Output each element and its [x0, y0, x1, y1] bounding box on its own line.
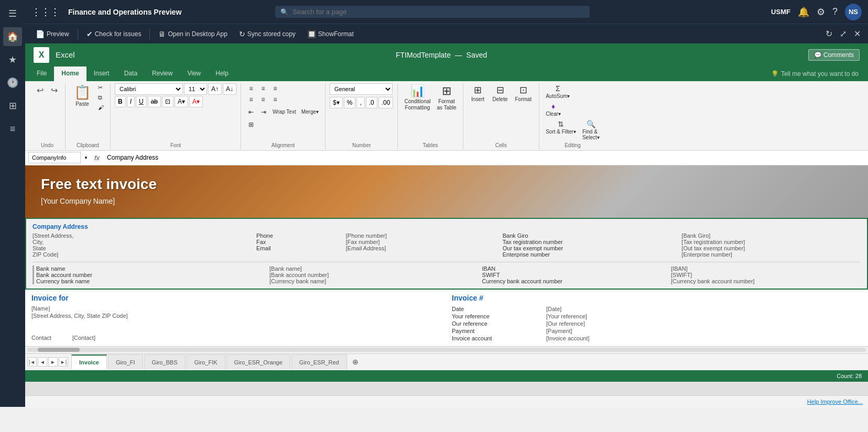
- table-row: Currency bank name [Currency bank name] …: [34, 278, 860, 284]
- sidebar-grid[interactable]: ⊞: [3, 96, 22, 115]
- check-issues-button[interactable]: ✔ Check for issues: [81, 28, 147, 40]
- decimal-decrease[interactable]: .00: [378, 97, 394, 108]
- sidebar-recent[interactable]: 🕐: [3, 73, 22, 92]
- sheet-nav-prev[interactable]: ◄: [38, 357, 47, 367]
- format-as-table-button[interactable]: ⊞ Formatas Table: [435, 83, 459, 112]
- sidebar-home[interactable]: 🏠: [3, 27, 22, 46]
- font-name-select[interactable]: Calibri: [115, 83, 183, 95]
- percent-button[interactable]: %: [344, 97, 356, 108]
- border-button[interactable]: ⊡: [162, 96, 173, 107]
- scroll-thumb-h[interactable]: [38, 348, 80, 352]
- cut-button[interactable]: ✂: [96, 83, 106, 92]
- sheet-nav-next[interactable]: ►: [48, 357, 58, 367]
- sync-button[interactable]: ↻ Sync stored copy: [234, 28, 301, 40]
- search-bar[interactable]: 🔍: [275, 6, 590, 18]
- currency-button[interactable]: $▾: [330, 97, 343, 108]
- sheet-area[interactable]: Free text invoice [Your Company Name] Co…: [25, 165, 868, 395]
- align-center[interactable]: ≡: [257, 94, 269, 105]
- sheet-tab-giro-fik[interactable]: Giro_FIK: [187, 355, 225, 369]
- search-icon: 🔍: [280, 8, 288, 16]
- invoice-details-table: Date [Date] Your reference [Your referen…: [452, 305, 590, 342]
- tab-view[interactable]: View: [180, 67, 208, 81]
- underline-button[interactable]: U: [136, 96, 147, 107]
- sheet-nav-first[interactable]: |◄: [27, 357, 37, 367]
- strikethrough-button[interactable]: ab: [148, 96, 161, 107]
- sidebar-hamburger[interactable]: ☰: [3, 4, 22, 23]
- tab-home[interactable]: Home: [54, 67, 86, 81]
- number-format-select[interactable]: General: [330, 83, 393, 95]
- italic-button[interactable]: I: [127, 96, 135, 107]
- fx-button[interactable]: fx: [91, 153, 103, 163]
- sidebar-star[interactable]: ★: [3, 50, 22, 69]
- add-sheet-button[interactable]: ⊕: [348, 356, 363, 368]
- expand-icon[interactable]: ⤢: [838, 27, 849, 41]
- search-input[interactable]: [292, 8, 584, 16]
- wrap-text-button[interactable]: Wrap Text: [270, 108, 298, 116]
- help-icon[interactable]: ?: [832, 6, 838, 17]
- cells-group-label: Cells: [468, 141, 535, 149]
- align-right[interactable]: ≡: [269, 94, 281, 105]
- merge-cells-icon[interactable]: ⊞: [245, 119, 257, 130]
- sidebar-list[interactable]: ≡: [3, 119, 22, 138]
- sheet-tab-giro-bbs[interactable]: Giro_BBS: [144, 355, 186, 369]
- conditional-formatting-button[interactable]: 📊 ConditionalFormatting: [402, 83, 432, 112]
- find-select-button[interactable]: 🔍 Find &Select▾: [580, 119, 602, 141]
- horizontal-scrollbar[interactable]: [25, 346, 868, 353]
- tab-file[interactable]: File: [29, 67, 54, 81]
- paste-button[interactable]: 📋 Paste: [70, 83, 95, 108]
- sort-filter-button[interactable]: ⇅ Sort & Filter▾: [544, 119, 578, 141]
- increase-font-button[interactable]: A↑: [208, 83, 222, 95]
- decrease-font-button[interactable]: A↓: [223, 83, 236, 95]
- autosum-button[interactable]: Σ AutoSum▾: [544, 83, 572, 100]
- comments-button[interactable]: 💬 Comments: [808, 49, 860, 61]
- merge-button[interactable]: Merge▾: [299, 108, 321, 116]
- fill-color-button[interactable]: A▾: [175, 96, 188, 107]
- format-painter-button[interactable]: 🖌: [96, 103, 106, 112]
- cell-ref-dropdown[interactable]: ▼: [83, 154, 89, 161]
- invoice-wrapper: Free text invoice [Your Company Name] Co…: [25, 165, 868, 346]
- improve-office-link[interactable]: Help Improve Office...: [807, 398, 863, 405]
- refresh-icon[interactable]: ↻: [823, 27, 834, 41]
- align-top-center[interactable]: ≡: [257, 83, 269, 94]
- copy-button[interactable]: ⧉: [96, 93, 106, 102]
- redo-button[interactable]: ↪: [48, 83, 61, 97]
- tab-help[interactable]: Help: [208, 67, 236, 81]
- sheet-tab-giro-esr-red[interactable]: Giro_ESR_Red: [291, 355, 347, 369]
- font-color-button[interactable]: A▾: [189, 96, 203, 107]
- invoice-num-section: Invoice # Date [Date] Your reference [Yo…: [452, 294, 862, 342]
- sheet-nav-last[interactable]: ►|: [59, 357, 68, 367]
- clear-button[interactable]: ♦ Clear▾: [544, 101, 563, 118]
- tab-review[interactable]: Review: [145, 67, 180, 81]
- undo-button[interactable]: ↩: [34, 83, 47, 97]
- settings-icon[interactable]: ⚙: [817, 6, 825, 18]
- sheet-tab-giro-fi[interactable]: Giro_FI: [108, 355, 143, 369]
- sheet-tab-invoice[interactable]: Invoice: [71, 355, 107, 369]
- indent-increase[interactable]: ⇥: [258, 107, 269, 117]
- cell-reference-box[interactable]: CompanyInfo: [28, 152, 81, 163]
- avatar[interactable]: NS: [845, 4, 862, 20]
- indent-decrease[interactable]: ⇤: [245, 107, 257, 117]
- font-size-select[interactable]: 11: [184, 83, 207, 95]
- preview-button[interactable]: 📄 Preview: [30, 28, 74, 40]
- sheet-tab-giro-esr-orange[interactable]: Giro_ESR_Orange: [226, 355, 290, 369]
- format-button[interactable]: ⊡ Format: [512, 83, 535, 103]
- tab-data[interactable]: Data: [117, 67, 145, 81]
- app-grid-icon[interactable]: ⋮⋮⋮: [31, 6, 60, 18]
- insert-button[interactable]: ⊞ Insert: [468, 83, 489, 103]
- notification-icon[interactable]: 🔔: [798, 6, 809, 18]
- format-icon: 🔲: [307, 30, 316, 38]
- excel-app-name: Excel: [56, 50, 75, 59]
- align-left[interactable]: ≡: [245, 94, 257, 105]
- comma-button[interactable]: ,: [356, 97, 364, 108]
- showformat-button[interactable]: 🔲 ShowFormat: [302, 28, 359, 40]
- tab-insert[interactable]: Insert: [86, 67, 117, 81]
- formula-input[interactable]: [105, 153, 865, 162]
- decimal-increase[interactable]: .0: [366, 97, 377, 108]
- align-top-right[interactable]: ≡: [269, 83, 281, 94]
- tell-me-box[interactable]: 💡 Tell me what you want to do: [766, 68, 864, 80]
- align-top-left[interactable]: ≡: [245, 83, 257, 94]
- open-desktop-button[interactable]: 🖥 Open in Desktop App: [153, 28, 232, 40]
- close-icon[interactable]: ✕: [852, 27, 863, 41]
- delete-button[interactable]: ⊟ Delete: [490, 83, 511, 103]
- bold-button[interactable]: B: [115, 96, 126, 107]
